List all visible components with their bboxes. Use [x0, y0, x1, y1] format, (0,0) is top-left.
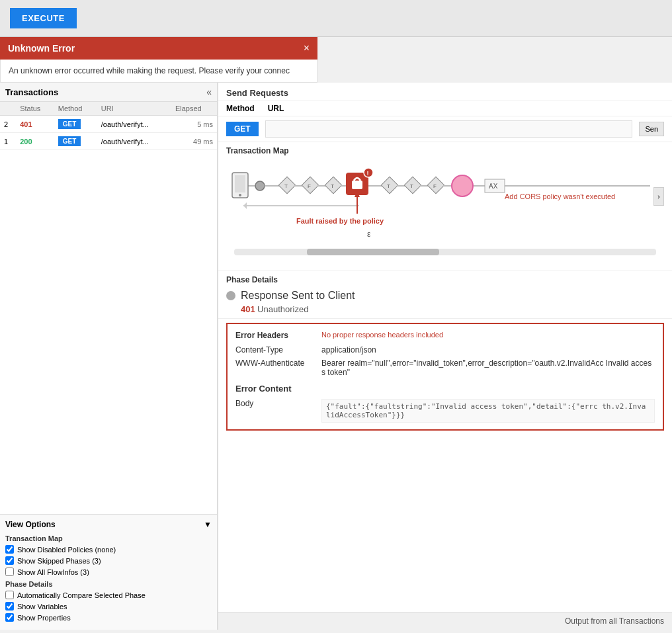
body-value: {"fault":{"faultstring":"Invalid access …	[321, 399, 655, 423]
auto-compare-label: Automatically Compare Selected Phase	[17, 591, 146, 599]
show-variables-label: Show Variables	[17, 603, 67, 611]
svg-point-6	[255, 181, 265, 190]
svg-text:F: F	[308, 183, 311, 189]
www-auth-label: WWW-Authenticate	[235, 359, 321, 368]
col-num	[0, 102, 16, 116]
show-properties-label: Show Properties	[17, 614, 71, 622]
show-flowinfos-label: Show All FlowInfos (3)	[17, 568, 89, 576]
content-type-value: application/json	[321, 345, 655, 355]
col-elapsed: Elapsed	[171, 102, 217, 116]
execute-button[interactable]: EXECUTE	[10, 8, 77, 28]
status-code: 401	[241, 304, 255, 314]
view-options-label: View Options	[5, 520, 56, 529]
row-method: GET	[54, 133, 97, 150]
row-method: GET	[54, 116, 97, 133]
show-disabled-label: Show Disabled Policies (none)	[17, 546, 116, 554]
phase-title: Response Sent to Client	[241, 290, 355, 302]
view-options-collapse-icon[interactable]: ▼	[204, 520, 212, 529]
error-content-label: Error Content	[235, 384, 655, 394]
row-num: 2	[0, 116, 16, 133]
tx-map-section-label: Transaction Map	[5, 534, 212, 542]
svg-text:Fault raised by the policy: Fault raised by the policy	[296, 217, 384, 225]
close-icon[interactable]: ×	[304, 42, 310, 54]
error-message: An unknown error occurred while making t…	[9, 66, 290, 75]
col-status: Status	[16, 102, 54, 116]
output-label: Output from all Transactions	[565, 616, 664, 626]
col-method: Method	[54, 102, 97, 116]
collapse-panel-button[interactable]: «	[206, 87, 212, 97]
status-text: Unauthorized	[257, 304, 308, 314]
transaction-map-title: Transaction Map	[226, 146, 664, 155]
svg-text:T: T	[331, 183, 334, 189]
svg-text:!: !	[367, 170, 369, 177]
send-button[interactable]: Sen	[639, 122, 664, 136]
error-details-box: Error Headers No proper response headers…	[226, 323, 664, 431]
content-type-label: Content-Type	[235, 345, 321, 355]
svg-point-5	[239, 194, 241, 196]
svg-text:AX: AX	[489, 183, 498, 190]
method-label: Method	[226, 104, 255, 113]
row-elapsed: 5 ms	[171, 116, 217, 133]
row-status: 200	[16, 133, 54, 150]
body-label: Body	[235, 399, 321, 408]
auto-compare-checkbox[interactable]	[5, 591, 14, 599]
svg-rect-18	[352, 181, 362, 189]
transactions-header-label: Transactions	[5, 87, 58, 97]
url-input[interactable]	[265, 120, 633, 138]
collapse-right-button[interactable]: ›	[653, 187, 664, 206]
row-status: 401	[16, 116, 54, 133]
svg-text:Add CORS policy wasn't execute: Add CORS policy wasn't executed	[505, 192, 615, 200]
error-title: Unknown Error	[8, 43, 75, 54]
www-auth-value: Bearer realm="null",error="invalid_token…	[321, 359, 655, 377]
show-properties-checkbox[interactable]	[5, 613, 14, 622]
table-row[interactable]: 2 401 GET /oauth/verifyt... 5 ms	[0, 116, 217, 133]
show-skipped-label: Show Skipped Phases (3)	[17, 557, 101, 565]
svg-text:T: T	[387, 183, 390, 189]
col-uri: URI	[97, 102, 171, 116]
url-label: URL	[268, 104, 284, 113]
svg-rect-4	[235, 175, 245, 192]
show-variables-checkbox[interactable]	[5, 602, 14, 611]
svg-text:T: T	[284, 183, 288, 189]
error-headers-label: Error Headers	[235, 331, 321, 340]
error-headers-warning: No proper response headers included	[321, 331, 443, 339]
svg-point-31	[452, 175, 473, 196]
phase-details-title: Phase Details	[226, 275, 664, 284]
svg-marker-2	[243, 202, 247, 209]
row-uri: /oauth/verifyt...	[97, 116, 171, 133]
send-requests-header: Send Requests	[218, 83, 672, 101]
show-skipped-checkbox[interactable]	[5, 556, 14, 565]
row-num: 1	[0, 133, 16, 150]
transaction-map-svg: T F T	[226, 161, 664, 247]
svg-text:T: T	[410, 183, 413, 189]
svg-text:F: F	[433, 183, 437, 189]
phase-indicator	[226, 291, 235, 300]
get-method-button[interactable]: GET	[226, 122, 259, 136]
row-uri: /oauth/verifyt...	[97, 133, 171, 150]
show-disabled-checkbox[interactable]	[5, 545, 14, 554]
phase-details-section-label: Phase Details	[5, 580, 212, 588]
table-row[interactable]: 1 200 GET /oauth/verifyt... 49 ms	[0, 133, 217, 150]
svg-text:ε: ε	[367, 230, 371, 239]
row-elapsed: 49 ms	[171, 133, 217, 150]
show-flowinfos-checkbox[interactable]	[5, 568, 14, 576]
